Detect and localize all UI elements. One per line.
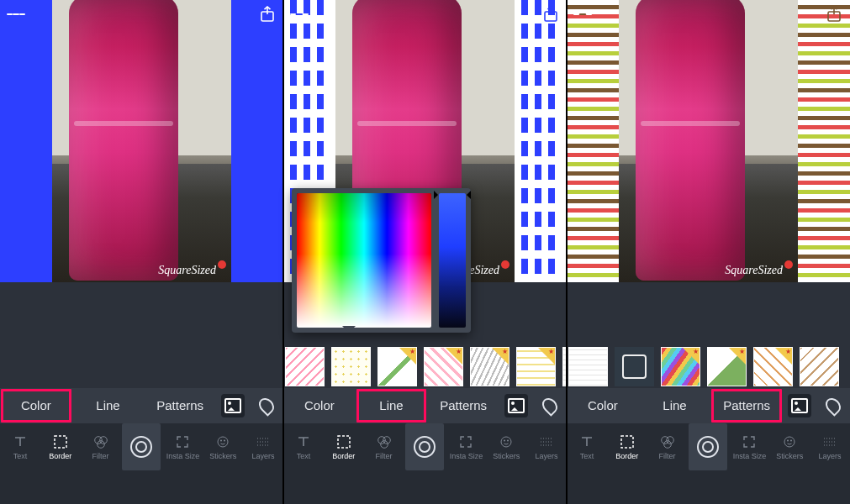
tab-blur[interactable] [816, 388, 850, 423]
tab-blur[interactable] [250, 388, 283, 423]
border-right [515, 0, 567, 282]
pattern-thumb[interactable] [285, 347, 325, 386]
svg-point-11 [383, 436, 390, 444]
pattern-thumb[interactable] [377, 347, 417, 386]
tab-image[interactable] [499, 388, 533, 423]
premium-badge-icon [775, 348, 792, 365]
pattern-thumb[interactable] [424, 347, 463, 386]
menu-icon[interactable] [7, 5, 25, 24]
tab-color[interactable]: Color [0, 388, 72, 423]
tool-filter[interactable]: Filter [364, 423, 404, 470]
pattern-thumb[interactable] [470, 347, 509, 386]
tab-color[interactable]: Color [283, 388, 356, 423]
premium-badge-icon [446, 348, 462, 365]
premium-badge-icon [399, 348, 416, 365]
tool-filter[interactable]: Filter [647, 423, 688, 470]
photo: SquareSized [52, 0, 231, 282]
pattern-strip[interactable] [567, 347, 850, 386]
canvas-area: SquareSized [0, 0, 283, 282]
pattern-thumb[interactable] [568, 347, 608, 386]
tool-instasize[interactable]: Insta Size [729, 423, 769, 470]
tool-layers[interactable]: Layers [526, 423, 567, 470]
border-left [0, 0, 52, 282]
share-icon[interactable] [258, 5, 277, 24]
color-picker[interactable] [292, 188, 471, 333]
tool-text[interactable]: Text [283, 423, 324, 470]
tool-instasize[interactable]: Insta Size [162, 423, 203, 470]
hue-slider[interactable] [439, 193, 466, 328]
tool-stickers[interactable]: Stickers [203, 423, 243, 470]
pattern-thumb[interactable] [707, 347, 747, 386]
border-left [567, 0, 619, 282]
bottom-toolbar: Text Border Filter Insta Size Stickers L… [0, 423, 283, 470]
svg-point-12 [380, 440, 388, 448]
pattern-thumb[interactable] [331, 347, 371, 386]
tab-color[interactable]: Color [567, 388, 639, 423]
tab-line[interactable]: Line [639, 388, 711, 423]
tool-text[interactable]: Text [567, 423, 607, 470]
bottom-toolbar: Text Border Filter Insta Size Stickers L… [283, 423, 567, 470]
share-icon[interactable] [825, 5, 843, 24]
pattern-thumb[interactable] [800, 347, 839, 386]
tool-instasize[interactable]: Insta Size [446, 423, 486, 470]
tool-text[interactable]: Text [0, 423, 40, 470]
tool-aspect[interactable] [689, 423, 727, 470]
border-tabs: Color Line Patterns [0, 388, 283, 423]
svg-point-6 [220, 439, 222, 441]
tool-border[interactable]: Border [607, 423, 647, 470]
divider [566, 0, 568, 504]
svg-rect-1 [55, 436, 66, 448]
watermark: SquareSized [158, 260, 226, 277]
svg-point-22 [787, 439, 789, 441]
border-right [231, 0, 283, 282]
color-spectrum[interactable] [297, 193, 431, 328]
svg-point-7 [224, 439, 225, 441]
tool-stickers[interactable]: Stickers [486, 423, 526, 470]
tab-image[interactable] [216, 388, 250, 423]
panel-patterns: SquareSized Color Line Patterns Text Bor… [567, 0, 850, 504]
menu-icon[interactable] [573, 5, 592, 24]
premium-badge-icon [729, 348, 746, 365]
pattern-thumb[interactable] [753, 347, 793, 386]
tab-image[interactable] [783, 388, 816, 423]
menu-icon[interactable] [290, 5, 309, 24]
tool-layers[interactable]: Layers [810, 423, 850, 470]
photo: SquareSized [619, 0, 798, 282]
tab-patterns[interactable]: Patterns [144, 388, 216, 423]
border-tabs: Color Line Patterns [283, 388, 567, 423]
tool-layers[interactable]: Layers [243, 423, 283, 470]
svg-point-14 [504, 439, 505, 441]
tool-aspect[interactable] [122, 423, 161, 470]
canvas-square[interactable]: SquareSized [567, 0, 850, 282]
tab-patterns[interactable]: Patterns [710, 388, 783, 423]
pattern-strip[interactable] [283, 347, 567, 386]
svg-point-15 [507, 439, 509, 441]
tab-blur[interactable] [533, 388, 567, 423]
tool-border[interactable]: Border [324, 423, 364, 470]
pattern-thumb[interactable] [516, 347, 556, 386]
border-right [798, 0, 850, 282]
panel-color: SquareSized Color Line Patterns Text Bor… [0, 0, 283, 504]
tool-stickers[interactable]: Stickers [769, 423, 810, 470]
svg-point-21 [784, 437, 795, 447]
tool-border[interactable]: Border [40, 423, 81, 470]
tab-line[interactable]: Line [72, 388, 145, 423]
svg-point-19 [666, 436, 673, 444]
tab-patterns[interactable]: Patterns [427, 388, 499, 423]
tool-aspect[interactable] [405, 423, 444, 470]
tool-filter[interactable]: Filter [81, 423, 121, 470]
premium-badge-icon [683, 348, 700, 365]
pattern-thumb[interactable] [615, 347, 654, 386]
share-icon[interactable] [541, 5, 560, 24]
svg-point-4 [97, 440, 104, 448]
canvas-square[interactable]: SquareSized [0, 0, 283, 282]
circle-icon [697, 436, 719, 458]
svg-point-3 [99, 436, 107, 444]
watermark: SquareSized [725, 260, 793, 277]
svg-point-23 [790, 439, 792, 441]
app-triple-screenshot: { "watermark": "SquareSized", "tabs": { … [0, 0, 850, 504]
spectrum-cursor[interactable] [376, 213, 388, 225]
pattern-thumb[interactable] [661, 347, 700, 386]
tab-line[interactable]: Line [356, 388, 428, 423]
bottom-toolbar: Text Border Filter Insta Size Stickers L… [567, 423, 850, 470]
